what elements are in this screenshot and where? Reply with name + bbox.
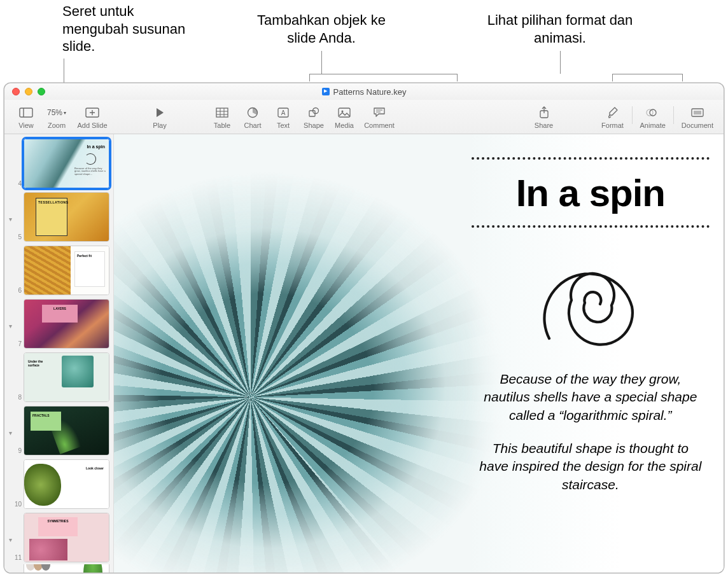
thumb-title: Perfect fit [74, 251, 105, 287]
slide-thumb-4[interactable]: 4 In a spin Because of the way they grow… [4, 137, 113, 190]
animate-icon [646, 105, 660, 120]
slide-thumb-7[interactable]: ▾ 7 LAYERS [4, 297, 113, 351]
svg-rect-0 [20, 108, 32, 117]
animate-button[interactable]: Animate [636, 104, 669, 130]
dotted-rule [472, 157, 710, 160]
play-icon [154, 105, 165, 120]
slide-title-text[interactable]: In a spin [472, 169, 710, 221]
svg-rect-15 [339, 108, 350, 117]
share-icon [539, 105, 549, 120]
toolbar: View 75%▾ Zoom Add Slide Play Table [4, 100, 724, 134]
slide-canvas[interactable]: In a spin Because of the way they grow, … [114, 134, 724, 573]
zoom-label: Zoom [48, 122, 66, 129]
format-label: Format [601, 122, 624, 129]
svg-point-16 [342, 111, 344, 113]
play-button[interactable]: Play [144, 104, 175, 130]
media-label: Media [335, 122, 354, 129]
thumb-title: SYMMETRIES [38, 517, 78, 536]
callout-reorder: Seret untuk mengubah susunan slide. [62, 3, 190, 55]
slide-navigator[interactable]: 4 In a spin Because of the way they grow… [4, 134, 114, 573]
view-button[interactable]: View [11, 104, 41, 130]
text-button[interactable]: A Text [268, 104, 298, 130]
document-button[interactable]: Document [678, 104, 717, 130]
chart-label: Chart [244, 122, 262, 129]
document-title[interactable]: Patterns Nature.key [4, 87, 724, 97]
add-slide-button[interactable]: Add Slide [72, 104, 113, 130]
comment-label: Comment [364, 122, 395, 129]
share-button[interactable]: Share [529, 104, 559, 130]
svg-text:A: A [281, 109, 286, 116]
thumb-title: TESSELLATIONS [38, 200, 65, 204]
body-para-2: This beautiful shape is thought to have … [478, 440, 703, 494]
slide-thumb-12[interactable]: Mirror, mirror [4, 564, 113, 573]
chart-icon [247, 105, 258, 120]
slide-number: 9 [15, 447, 24, 455]
table-label: Table [214, 122, 230, 129]
view-icon [19, 105, 33, 120]
document-icon [690, 105, 704, 120]
keynote-window: Patterns Nature.key View 75%▾ Zoom Add S… [4, 83, 724, 573]
shape-icon [308, 105, 319, 120]
body-para-1: Because of the way they grow, nautilus s… [478, 370, 703, 424]
disclosure-triangle-icon[interactable]: ▾ [6, 536, 15, 562]
zoom-button[interactable]: 75%▾ Zoom [41, 104, 72, 130]
add-slide-label: Add Slide [77, 122, 107, 129]
callout-format-animate: Lihat pilihan format dan animasi. [484, 11, 636, 46]
keynote-doc-icon [322, 88, 330, 95]
shape-label: Shape [304, 122, 324, 129]
play-label: Play [153, 122, 166, 129]
comment-icon [373, 105, 386, 120]
slide-number: 4 [15, 180, 24, 188]
dotted-rule [472, 225, 710, 228]
slide-number: 7 [15, 340, 24, 349]
thumb-title: FRACTALS [31, 412, 61, 431]
titlebar[interactable]: Patterns Nature.key [4, 83, 724, 100]
zoom-value: 75%▾ [47, 105, 66, 120]
paintbrush-icon [607, 105, 619, 120]
animate-label: Animate [640, 122, 666, 129]
thumb-title: In a spin [87, 144, 105, 149]
plus-icon [85, 105, 100, 120]
text-label: Text [277, 122, 290, 129]
chart-button[interactable]: Chart [237, 104, 268, 130]
slide-background-image[interactable] [114, 134, 516, 573]
document-label: Document [682, 122, 713, 129]
document-title-text: Patterns Nature.key [333, 87, 407, 97]
slide-thumb-6[interactable]: 6 Perfect fit [4, 244, 113, 297]
media-icon [338, 105, 351, 120]
thumb-title: Under the surface [28, 359, 53, 367]
text-icon: A [277, 105, 289, 120]
slide-number: 11 [15, 554, 24, 562]
slide-number: 5 [15, 233, 24, 242]
disclosure-triangle-icon[interactable]: ▾ [6, 216, 15, 242]
view-label: View [18, 122, 34, 129]
spiral-graphic[interactable] [472, 237, 710, 370]
table-button[interactable]: Table [207, 104, 237, 130]
svg-rect-22 [694, 111, 701, 115]
thumb-title: Look closer [86, 466, 104, 470]
slide-thumb-9[interactable]: ▾ 9 FRACTALS [4, 404, 113, 457]
format-button[interactable]: Format [598, 104, 628, 130]
slide-number: 6 [15, 287, 24, 295]
slide-thumb-5[interactable]: ▾ 5 TESSELLATIONS [4, 190, 113, 244]
thumb-title: LAYERS [42, 305, 78, 323]
slide-number: 10 [15, 501, 24, 509]
comment-button[interactable]: Comment [360, 104, 399, 130]
shape-button[interactable]: Shape [298, 104, 329, 130]
disclosure-triangle-icon[interactable]: ▾ [6, 323, 15, 349]
slide-body-text[interactable]: Because of the way they grow, nautilus s… [472, 370, 710, 494]
toolbar-separator [673, 106, 674, 124]
slide-thumb-10[interactable]: 10 Look closer [4, 457, 113, 511]
disclosure-triangle-icon[interactable]: ▾ [6, 429, 15, 455]
share-label: Share [535, 122, 553, 129]
svg-rect-5 [216, 108, 228, 117]
help-callouts: Seret untuk mengubah susunan slide. Tamb… [0, 0, 728, 81]
slide-thumb-8[interactable]: 8 Under the surface [4, 351, 113, 404]
toolbar-separator [632, 106, 633, 124]
slide-number: 8 [15, 394, 24, 402]
slide-thumb-11[interactable]: ▾ 11 SYMMETRIES [4, 511, 113, 564]
media-button[interactable]: Media [329, 104, 360, 130]
callout-add-objects: Tambahkan objek ke slide Anda. [255, 11, 388, 46]
table-icon [216, 105, 228, 120]
